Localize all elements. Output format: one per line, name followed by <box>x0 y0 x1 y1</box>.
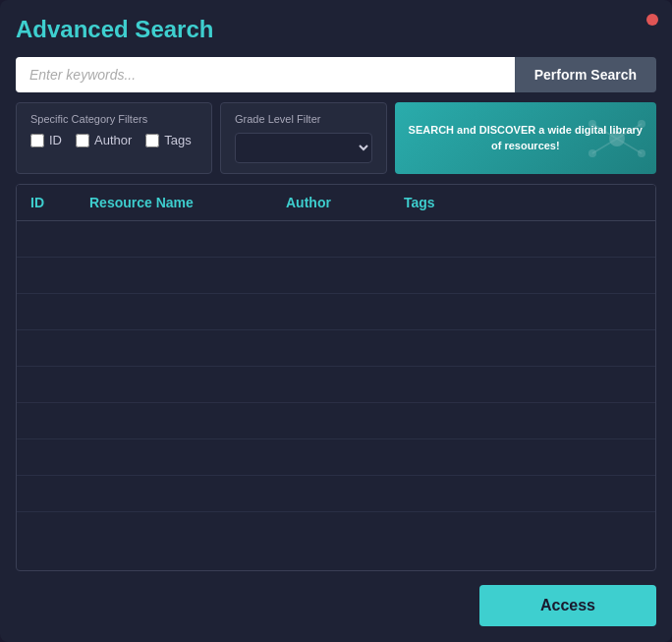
table-row <box>17 258 655 294</box>
table-row <box>17 367 655 403</box>
page-title: Advanced Search <box>16 16 656 43</box>
cell-tags <box>390 258 655 294</box>
cell-id <box>17 330 76 367</box>
perform-search-button[interactable]: Perform Search <box>515 57 656 92</box>
cell-id <box>17 476 76 512</box>
results-table: ID Resource Name Author Tags <box>16 184 656 571</box>
checkbox-author[interactable]: Author <box>76 133 132 147</box>
category-filters-box: Specific Category Filters ID Author Tags <box>16 102 212 174</box>
cell-author <box>272 439 390 476</box>
grade-filter-box: Grade Level Filter Grade 1 Grade 2 Grade… <box>220 102 387 174</box>
cell-author <box>272 330 390 367</box>
cell-tags <box>390 439 655 476</box>
cell-id <box>17 512 76 549</box>
checkbox-author-label: Author <box>94 133 132 147</box>
cell-author <box>272 476 390 512</box>
table-row <box>17 476 655 512</box>
cell-resource <box>76 439 272 476</box>
checkbox-id[interactable]: ID <box>30 133 62 147</box>
grade-filter-label: Grade Level Filter <box>235 113 372 125</box>
col-header-resource-name: Resource Name <box>76 185 272 221</box>
table-row <box>17 221 655 258</box>
cell-resource <box>76 476 272 512</box>
cell-id <box>17 221 76 258</box>
table-row <box>17 294 655 330</box>
cell-tags <box>390 367 655 403</box>
checkbox-tags-input[interactable] <box>145 134 159 147</box>
checkbox-tags[interactable]: Tags <box>145 133 191 147</box>
col-header-author: Author <box>272 185 390 221</box>
category-filters-label: Specific Category Filters <box>30 113 197 125</box>
access-row: Access <box>16 585 656 626</box>
cell-author <box>272 294 390 330</box>
checkbox-tags-label: Tags <box>164 133 191 147</box>
search-input[interactable] <box>16 57 515 92</box>
cell-resource <box>76 330 272 367</box>
checkboxes-row: ID Author Tags <box>30 133 197 147</box>
cell-author <box>272 258 390 294</box>
cell-resource <box>76 403 272 439</box>
banner-text: SEARCH and DISCOVER a wide digital libra… <box>409 123 643 153</box>
checkbox-id-label: ID <box>49 133 62 147</box>
col-header-id: ID <box>17 185 76 221</box>
search-row: Perform Search <box>16 57 656 92</box>
table-row <box>17 403 655 439</box>
main-window: Advanced Search Perform Search Specific … <box>0 0 672 642</box>
cell-resource <box>76 221 272 258</box>
cell-id <box>17 258 76 294</box>
cell-id <box>17 403 76 439</box>
access-button[interactable]: Access <box>479 585 656 626</box>
cell-tags <box>390 221 655 258</box>
cell-id <box>17 439 76 476</box>
cell-tags <box>390 512 655 549</box>
cell-tags <box>390 330 655 367</box>
cell-resource <box>76 294 272 330</box>
cell-id <box>17 367 76 403</box>
table-row <box>17 330 655 367</box>
filters-row: Specific Category Filters ID Author Tags… <box>16 102 656 174</box>
cell-id <box>17 294 76 330</box>
cell-author <box>272 221 390 258</box>
cell-author <box>272 367 390 403</box>
col-header-tags: Tags <box>390 185 655 221</box>
checkbox-author-input[interactable] <box>76 134 89 147</box>
checkbox-id-input[interactable] <box>30 134 44 147</box>
cell-resource <box>76 512 272 549</box>
promo-banner: SEARCH and DISCOVER a wide digital libra… <box>395 102 656 174</box>
cell-author <box>272 512 390 549</box>
table-header-row: ID Resource Name Author Tags <box>17 185 655 221</box>
cell-resource <box>76 258 272 294</box>
cell-tags <box>390 403 655 439</box>
table-row <box>17 439 655 476</box>
cell-tags <box>390 476 655 512</box>
grade-level-select[interactable]: Grade 1 Grade 2 Grade 3 Grade 4 Grade 5 … <box>235 133 372 163</box>
table-row <box>17 512 655 549</box>
cell-author <box>272 403 390 439</box>
window-close-dot[interactable] <box>646 14 658 26</box>
cell-tags <box>390 294 655 330</box>
cell-resource <box>76 367 272 403</box>
